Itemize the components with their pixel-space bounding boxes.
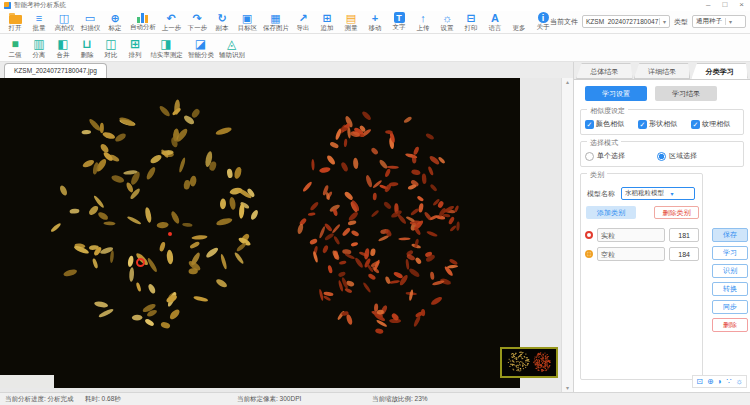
assist-recognize-icon: ◬	[227, 37, 236, 51]
seed-photo[interactable]	[0, 78, 520, 388]
contrast-icon[interactable]: ◗	[718, 376, 723, 387]
add-category-button[interactable]: 添加类别	[586, 206, 636, 219]
tab-详细结果[interactable]: 详细结果	[634, 63, 691, 79]
tool-target-area[interactable]: ▣目标区	[234, 12, 260, 34]
app-title: 智能考种分析系统	[14, 1, 66, 10]
next-step-icon: ↷	[192, 12, 201, 24]
save-button[interactable]: 保存	[712, 228, 748, 242]
result-tabs: 总体结果详细结果分类学习	[574, 62, 750, 79]
settings-icon: ☼	[442, 12, 452, 24]
tool-auto-analyze[interactable]: 自动分析	[127, 12, 158, 34]
tool-batch[interactable]: ≡批量	[27, 12, 51, 34]
tool-save-image[interactable]: ▦保存图片	[260, 12, 291, 34]
tab-分类学习[interactable]: 分类学习	[691, 63, 748, 79]
chevron-down-icon[interactable]: ▾	[667, 190, 677, 197]
tool-append[interactable]: ⊞追加	[315, 12, 339, 34]
radio-区域选择[interactable]: 区域选择	[657, 151, 729, 161]
checkbox-icon: ✓	[585, 120, 594, 129]
chevron-down-icon[interactable]: ▾	[659, 18, 669, 25]
measure-icon: ▤	[346, 12, 356, 24]
save-image-icon: ▦	[270, 12, 280, 24]
similarity-checkboxes: ✓颜色相似✓形状相似✓纹理相似	[585, 119, 740, 129]
duplicate-icon: ↻	[217, 12, 226, 24]
tool-assist-recognize[interactable]: ◬辅助识别	[216, 37, 247, 61]
scroll-down-icon[interactable]: ▾	[566, 385, 569, 391]
tool-print[interactable]: ⊟打印	[459, 12, 483, 34]
close-button[interactable]: ×	[739, 0, 744, 10]
window-controls: –□×	[706, 0, 744, 10]
checkbox-纹理相似[interactable]: ✓纹理相似	[691, 119, 740, 129]
delete-icon: ⊔	[82, 37, 92, 51]
tool-delete[interactable]: ⊔删除	[75, 37, 99, 61]
tool-next-step[interactable]: ↷下一步	[184, 12, 210, 34]
tool-scanner[interactable]: ▭扫描仪	[77, 12, 103, 34]
learn-button[interactable]: 学习	[712, 246, 748, 260]
category-rows: 实粒181空粒184	[585, 228, 699, 261]
mode-button-学习结果[interactable]: 学习结果	[655, 86, 717, 101]
radio-单个选择[interactable]: 单个选择	[585, 151, 657, 161]
tab-总体结果[interactable]: 总体结果	[576, 63, 633, 79]
document-tab[interactable]: KZSM_20240727180047.jpg	[4, 63, 107, 78]
tool-move[interactable]: +移动	[363, 12, 387, 34]
chevron-down-icon[interactable]: ▾	[725, 18, 735, 25]
tool-arrange[interactable]: ⊞排列	[123, 37, 147, 61]
tool-separate[interactable]: ▥分离	[27, 37, 51, 61]
tool-prev-step[interactable]: ↶上一步	[158, 12, 184, 34]
tool-more[interactable]: 更多	[507, 12, 531, 34]
tool-measure[interactable]: ▤测量	[339, 12, 363, 34]
tool-binarize[interactable]: ■二值	[3, 37, 27, 61]
tool-label: 文字	[393, 23, 406, 32]
compare-icon: ◫	[105, 37, 116, 51]
radio-label: 单个选择	[597, 151, 625, 161]
tool-label: 移动	[369, 24, 382, 33]
remove-button[interactable]: 删除	[712, 318, 748, 332]
convert-button[interactable]: 转换	[712, 282, 748, 296]
type-combo[interactable]: 通用种子 ▾	[692, 15, 746, 28]
statusbar: 当前分析进度: 分析完成耗时: 0.68秒当前标定像素: 300DPI当前缩放比…	[0, 392, 750, 405]
checkbox-icon: ✓	[638, 120, 647, 129]
model-combo[interactable]: 水稻秕粒模型 ▾	[621, 187, 695, 200]
view-settings-icon[interactable]: ☼	[736, 376, 743, 387]
sync-button[interactable]: 同步	[712, 300, 748, 314]
recognize-button[interactable]: 识别	[712, 264, 748, 278]
tool-export[interactable]: ↗导出	[291, 12, 315, 34]
scroll-up-icon[interactable]: ▴	[566, 79, 569, 85]
category-name-field[interactable]: 空粒	[597, 247, 665, 261]
tool-label: 副本	[216, 24, 229, 33]
tool-smart-classify[interactable]: ◪智能分类	[185, 37, 216, 61]
tool-setting-rate[interactable]: ◨结实率测定	[147, 37, 185, 61]
category-name-field[interactable]: 实粒	[597, 228, 665, 242]
tool-doc-camera[interactable]: ◫高拍仪	[51, 12, 77, 34]
tool-open[interactable]: 打开	[3, 12, 27, 34]
tool-settings[interactable]: ☼设置	[435, 12, 459, 34]
tool-compare[interactable]: ◫对比	[99, 37, 123, 61]
category-group-title: 类别	[587, 170, 607, 180]
tool-text[interactable]: T文字	[387, 12, 411, 34]
center-view-icon[interactable]: ⊕	[707, 376, 714, 387]
current-file-combo[interactable]: KZSM_20240727180047 ▾	[582, 15, 670, 28]
tool-label: 扫描仪	[80, 24, 99, 33]
auto-analyze-icon	[137, 12, 148, 23]
minimize-button[interactable]: –	[706, 0, 710, 10]
points-icon[interactable]: ∵	[727, 376, 732, 387]
tool-language[interactable]: A语言	[483, 12, 507, 34]
tool-merge[interactable]: ◧合并	[51, 37, 75, 61]
maximize-button[interactable]: □	[722, 0, 727, 10]
checkbox-形状相似[interactable]: ✓形状相似	[638, 119, 687, 129]
tool-label: 批量	[33, 24, 46, 33]
app-logo-icon	[4, 2, 11, 9]
viewer-scrollbar[interactable]: ▴ ▾	[561, 78, 573, 392]
doc-camera-icon: ◫	[59, 12, 69, 24]
checkbox-颜色相似[interactable]: ✓颜色相似	[585, 119, 634, 129]
image-viewer[interactable]: ▴ ▾	[0, 78, 573, 392]
tool-upload[interactable]: ↑上传	[411, 12, 435, 34]
status-item: 当前标定像素: 300DPI	[237, 395, 372, 404]
fit-screen-icon[interactable]: ⊡	[696, 376, 703, 387]
mode-button-学习设置[interactable]: 学习设置	[585, 86, 647, 101]
minimap[interactable]	[500, 347, 558, 378]
tool-label: 导出	[297, 24, 310, 33]
delete-category-button[interactable]: 删除类别	[654, 206, 699, 219]
scanner-icon: ▭	[85, 12, 95, 24]
tool-calibrate[interactable]: ⊕标定	[103, 12, 127, 34]
tool-duplicate[interactable]: ↻副本	[210, 12, 234, 34]
